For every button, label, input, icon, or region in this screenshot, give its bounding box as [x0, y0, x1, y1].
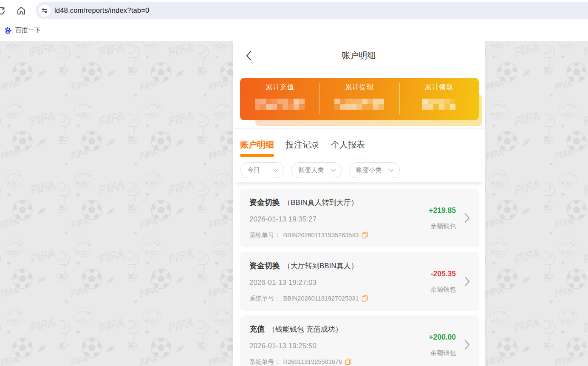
summary-section: 累计充值 累计提现 累计领取: [233, 70, 485, 129]
transaction-row[interactable]: 充值 （钱能钱包 充值成功） 2026-01-13 19:25:50 系统单号：…: [240, 315, 479, 366]
summary-label: 累计充值: [266, 83, 294, 91]
address-bar[interactable]: ld48.com/reports/index?tab=0: [36, 2, 588, 19]
transaction-type: 充值: [249, 324, 265, 334]
filter-date-dropdown[interactable]: 今日: [240, 162, 284, 178]
tab-personal-report[interactable]: 个人报表: [331, 139, 365, 157]
order-number: BBIN202601131935263543: [283, 232, 359, 238]
transaction-info: 资金切换 （大厅转到BBIN真人） 2026-01-13 19:27:03 系统…: [249, 261, 405, 303]
transaction-info: 资金切换 （BBIN真人转到大厅） 2026-01-13 19:35:27 系统…: [249, 197, 405, 239]
transaction-amount-block: +219.85 余额钱包: [405, 206, 456, 230]
order-label: 系统单号：: [249, 231, 280, 239]
wallet-label: 余额钱包: [430, 222, 456, 230]
order-number: BBIN202601131927025031: [283, 295, 359, 302]
transaction-time: 2026-01-13 19:27:03: [249, 278, 405, 287]
summary-label: 累计提现: [345, 83, 374, 91]
report-tabs: 账户明细 投注记录 个人报表: [233, 129, 485, 157]
order-number: R2601131925501676: [283, 358, 342, 365]
wallet-label: 余额钱包: [430, 286, 456, 294]
tab-bet-records[interactable]: 投注记录: [286, 139, 319, 157]
filter-major-category-dropdown[interactable]: 账变大类: [291, 162, 342, 178]
chevron-down-icon: [273, 169, 278, 172]
transaction-type: 资金切换: [249, 197, 280, 207]
home-icon[interactable]: [16, 6, 26, 16]
filter-label: 今日: [247, 166, 260, 174]
copy-icon[interactable]: [345, 358, 351, 365]
bookmarks-bar: du 百度一下: [0, 20, 588, 41]
browser-toolbar: ld48.com/reports/index?tab=0: [0, 0, 588, 20]
transaction-info: 充值 （钱能钱包 充值成功） 2026-01-13 19:25:50 系统单号：…: [249, 324, 405, 366]
filter-label: 账变大类: [298, 166, 324, 174]
back-button[interactable]: [246, 51, 252, 61]
masked-value: [422, 99, 455, 110]
transaction-type: 资金切换: [249, 261, 280, 271]
tab-label: 投注记录: [286, 140, 319, 149]
svg-text:du: du: [6, 31, 10, 33]
chevron-right-icon[interactable]: [464, 276, 470, 287]
transaction-amount: +200.00: [429, 333, 456, 342]
transaction-row[interactable]: 资金切换 （BBIN真人转到大厅） 2026-01-13 19:35:27 系统…: [240, 189, 479, 247]
reload-icon[interactable]: [0, 6, 6, 16]
order-label: 系统单号：: [249, 295, 280, 303]
summary-total-withdraw: 累计提现: [319, 78, 399, 120]
summary-total-claim: 累计领取: [399, 78, 479, 120]
summary-label: 累计领取: [424, 83, 453, 91]
transaction-list: 资金切换 （BBIN真人转到大厅） 2026-01-13 19:35:27 系统…: [233, 182, 485, 366]
tune-icon: [41, 7, 48, 14]
copy-icon[interactable]: [362, 295, 368, 302]
order-label: 系统单号：: [249, 358, 280, 366]
bookmark-baidu[interactable]: du 百度一下: [4, 26, 41, 34]
page-title: 账户明细: [233, 41, 485, 70]
tab-label: 个人报表: [331, 140, 365, 149]
masked-value: [255, 99, 305, 110]
filter-row: 今日 账变大类 账变小类: [233, 157, 485, 182]
active-tab-underline: [240, 154, 274, 157]
masked-value: [334, 99, 384, 110]
transaction-time: 2026-01-13 19:35:27: [249, 215, 405, 224]
transaction-detail: （BBIN真人转到大厅）: [283, 198, 358, 207]
transaction-amount-block: +200.00 余额钱包: [405, 333, 456, 357]
transaction-detail: （大厅转到BBIN真人）: [283, 261, 358, 271]
site-settings-chip[interactable]: [39, 5, 51, 17]
transaction-amount-block: -205.35 余额钱包: [405, 270, 456, 294]
transaction-row[interactable]: 资金切换 （大厅转到BBIN真人） 2026-01-13 19:27:03 系统…: [240, 252, 479, 311]
filter-label: 账变小类: [356, 166, 382, 174]
transaction-time: 2026-01-13 19:25:50: [249, 342, 405, 350]
account-detail-panel: 账户明细 累计充值 累计提现 累计领取 账户明细: [233, 41, 485, 366]
wallet-label: 余额钱包: [430, 349, 456, 357]
summary-total-deposit: 累计充值: [240, 78, 319, 120]
page-background: FIFA FIFA: [0, 41, 588, 366]
bookmark-label[interactable]: 百度一下: [15, 26, 41, 34]
copy-icon[interactable]: [362, 232, 368, 238]
transaction-amount: -205.35: [431, 270, 456, 278]
panel-header: 账户明细: [233, 41, 485, 70]
summary-card: 累计充值 累计提现 累计领取: [240, 78, 479, 120]
tab-label: 账户明细: [240, 140, 274, 149]
transaction-amount: +219.85: [429, 206, 456, 215]
filter-minor-category-dropdown[interactable]: 账变小类: [349, 162, 400, 178]
transaction-detail: （钱能钱包 充值成功）: [268, 324, 342, 334]
chevron-down-icon: [331, 169, 336, 172]
url-text[interactable]: ld48.com/reports/index?tab=0: [54, 6, 149, 14]
chevron-down-icon: [388, 169, 394, 172]
chevron-right-icon[interactable]: [464, 213, 470, 223]
baidu-icon: du: [4, 26, 12, 34]
tab-account-detail[interactable]: 账户明细: [240, 139, 274, 157]
chevron-right-icon[interactable]: [464, 340, 470, 350]
